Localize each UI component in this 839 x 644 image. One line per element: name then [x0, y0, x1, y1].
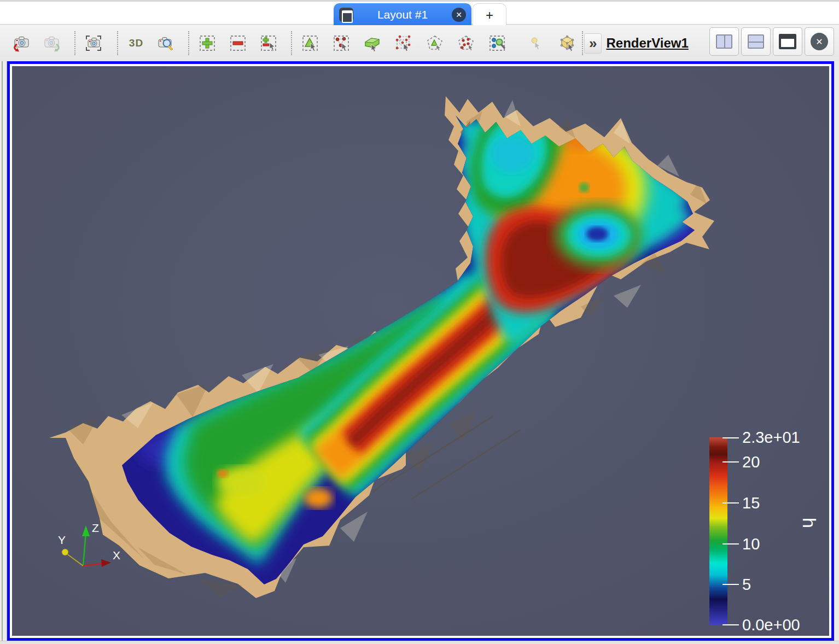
z-axis-arrow-icon [82, 525, 90, 536]
water-surface-depth-colors [138, 104, 698, 565]
y-axis-label: Y [58, 534, 66, 546]
close-icon: ✕ [811, 33, 828, 50]
tab-layout-1[interactable]: Layout #1 ✕ [334, 3, 471, 26]
legend-tick [723, 437, 739, 438]
toggle-selection-icon [260, 34, 277, 52]
x-axis-arrow-icon [101, 559, 111, 567]
select-cells-polygon-button[interactable] [424, 32, 445, 55]
color-legend-bar [709, 437, 727, 625]
layout-tab-bar: Layout #1 ✕ + [0, 0, 839, 25]
legend-tick [723, 502, 739, 504]
subtract-selection-button[interactable] [228, 32, 248, 55]
window-frame-right [834, 61, 839, 641]
window-frame-left [0, 61, 7, 644]
render-view-frame: Z Y X 2.3e+01 20 15 10 5 0.0e+00 [7, 61, 834, 641]
y-axis-ball-icon [62, 549, 68, 555]
split-vertical-button[interactable] [741, 27, 771, 56]
toolbar-separator [188, 31, 189, 55]
maximize-icon [779, 34, 796, 49]
layout-icon [339, 8, 353, 22]
legend-tick-label: 5 [742, 576, 751, 593]
camera-redo-icon [43, 34, 61, 52]
z-axis-label: Z [92, 522, 99, 534]
toolbar-separator [291, 31, 292, 55]
select-cells-on-button[interactable] [300, 32, 321, 55]
select-cells-on-icon [301, 34, 319, 52]
add-selection-icon [199, 34, 216, 52]
application-window: Layout #1 ✕ + [0, 0, 839, 644]
hover-cells-icon [558, 34, 576, 52]
window-frame-bottom [0, 641, 839, 644]
select-points-through-button[interactable] [393, 32, 414, 55]
legend-tick [723, 584, 739, 585]
color-legend[interactable]: 2.3e+01 20 15 10 5 0.0e+00 [709, 437, 829, 636]
legend-tick-label: 10 [742, 535, 760, 553]
camera-undo-button[interactable] [11, 32, 32, 55]
select-points-on-icon [333, 34, 350, 52]
legend-tick [723, 461, 739, 462]
x-axis-label: X [113, 549, 120, 561]
view-title-bar: » RenderView1 [584, 25, 689, 61]
split-horizontal-icon [716, 34, 732, 49]
toolbar-separator [117, 31, 118, 55]
view-layout-buttons: ✕ [709, 27, 834, 56]
interactive-select-cells-button[interactable] [487, 32, 508, 55]
toggle-3d-icon: 3D [129, 37, 143, 49]
legend-tick-label: 20 [742, 453, 760, 471]
camera-redo-button[interactable] [42, 32, 62, 55]
zoom-to-box-button[interactable] [155, 32, 176, 55]
legend-tick-label: 15 [742, 494, 760, 512]
select-points-on-button[interactable] [331, 32, 352, 55]
subtract-selection-icon [229, 34, 247, 52]
zoom-to-box-icon [157, 34, 174, 52]
save-screenshot-icon [85, 34, 102, 52]
interactive-select-cells-icon [488, 34, 506, 52]
legend-max-label: 2.3e+01 [742, 429, 800, 446]
select-points-polygon-icon [457, 34, 475, 52]
select-cells-polygon-icon [426, 34, 444, 52]
toggle-3d-button[interactable]: 3D [126, 32, 147, 55]
save-screenshot-button[interactable] [83, 32, 104, 55]
split-horizontal-button[interactable] [709, 27, 739, 56]
select-cells-through-button[interactable] [362, 32, 383, 55]
maximize-view-button[interactable] [773, 27, 802, 56]
select-cells-through-icon [364, 34, 381, 52]
toolbar-separator [582, 31, 583, 55]
select-points-polygon-button[interactable] [456, 32, 476, 55]
hover-cells-button[interactable] [557, 32, 578, 55]
legend-tick [723, 543, 739, 545]
render-scene-3d[interactable]: Z Y X [12, 66, 829, 636]
legend-title: h [799, 518, 820, 528]
hover-points-button[interactable] [526, 32, 546, 55]
close-view-button[interactable]: ✕ [805, 27, 834, 56]
tab-close-icon[interactable]: ✕ [452, 8, 466, 22]
select-points-through-icon [395, 34, 412, 52]
legend-min-label: 0.0e+00 [742, 616, 800, 634]
new-layout-tab[interactable]: + [473, 3, 506, 26]
add-selection-button[interactable] [197, 32, 218, 55]
legend-tick [723, 624, 739, 625]
render-view-name[interactable]: RenderView1 [606, 36, 688, 51]
toolbar-separator [74, 31, 75, 55]
render-viewport[interactable]: Z Y X 2.3e+01 20 15 10 5 0.0e+00 [12, 66, 829, 636]
hover-points-icon [527, 34, 545, 52]
camera-undo-icon [13, 34, 30, 52]
toolbar-expander-icon[interactable]: » [584, 33, 602, 54]
split-vertical-icon [748, 34, 764, 49]
tab-label: Layout #1 [359, 8, 446, 21]
toggle-selection-button[interactable] [258, 32, 279, 55]
